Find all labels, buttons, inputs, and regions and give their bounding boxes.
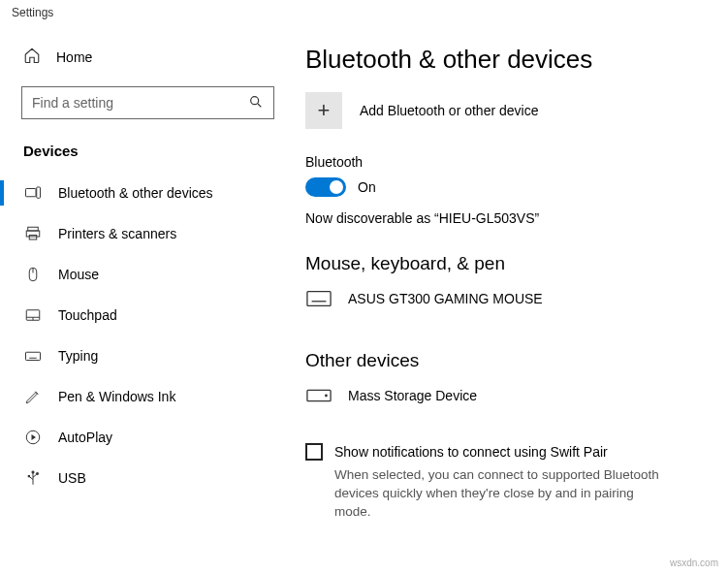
touchpad-icon [23, 306, 43, 324]
bluetooth-state: On [358, 179, 376, 195]
keyboard-icon [23, 347, 43, 365]
nav-label: Printers & scanners [58, 226, 176, 241]
bluetooth-label: Bluetooth [305, 154, 701, 170]
printer-icon [23, 225, 43, 242]
sidebar: Home Devices Bluetooth & other devices P… [0, 25, 296, 572]
svg-marker-19 [32, 434, 37, 440]
sidebar-item-bluetooth[interactable]: Bluetooth & other devices [0, 173, 296, 213]
device-row[interactable]: Mass Storage Device [305, 383, 701, 431]
add-device-label: Add Bluetooth or other device [360, 103, 538, 118]
nav-label: AutoPlay [58, 430, 112, 445]
svg-line-1 [258, 104, 261, 107]
sidebar-item-touchpad[interactable]: Touchpad [0, 295, 296, 335]
device-row[interactable]: ASUS GT300 GAMING MOUSE [305, 286, 701, 335]
svg-rect-2 [26, 189, 37, 197]
bluetooth-toggle[interactable] [305, 177, 346, 197]
swift-pair-hint: When selected, you can connect to suppor… [305, 466, 664, 522]
sidebar-item-typing[interactable]: Typing [0, 335, 296, 376]
nav-label: Touchpad [58, 307, 117, 323]
nav-label: Mouse [58, 267, 99, 282]
search-input[interactable] [32, 95, 248, 111]
svg-rect-12 [26, 352, 41, 360]
swift-pair-checkbox[interactable] [305, 443, 323, 461]
svg-rect-6 [29, 236, 37, 240]
sidebar-section-header: Devices [0, 133, 296, 173]
storage-device-icon [305, 387, 332, 404]
home-icon [23, 47, 41, 67]
sidebar-item-autoplay[interactable]: AutoPlay [0, 417, 296, 458]
content-panel: Bluetooth & other devices + Add Bluetoot… [296, 25, 728, 572]
group-other-devices-title: Other devices [305, 350, 701, 371]
devices-icon [23, 184, 43, 202]
nav-label: Typing [58, 348, 98, 364]
pen-icon [23, 388, 43, 405]
svg-point-32 [325, 395, 328, 398]
keyboard-device-icon [305, 290, 332, 307]
sidebar-item-usb[interactable]: USB [0, 458, 296, 498]
nav-label: Pen & Windows Ink [58, 389, 175, 404]
home-label: Home [56, 49, 92, 65]
window-title: Settings [0, 0, 728, 25]
svg-rect-3 [37, 187, 41, 198]
search-icon [248, 94, 264, 112]
discoverable-text: Now discoverable as “HIEU-GL503VS” [305, 210, 701, 226]
nav-label: Bluetooth & other devices [58, 185, 213, 201]
svg-rect-4 [28, 227, 39, 231]
add-device-button[interactable]: + Add Bluetooth or other device [305, 92, 701, 129]
mouse-icon [23, 266, 43, 283]
sidebar-item-printers[interactable]: Printers & scanners [0, 213, 296, 254]
sidebar-item-home[interactable]: Home [0, 37, 296, 77]
sidebar-item-pen[interactable]: Pen & Windows Ink [0, 376, 296, 417]
plus-icon: + [305, 92, 342, 129]
device-name: Mass Storage Device [348, 388, 477, 403]
svg-rect-22 [28, 475, 30, 477]
svg-rect-24 [307, 292, 331, 306]
svg-point-21 [32, 471, 34, 473]
group-mouse-keyboard-pen-title: Mouse, keyboard, & pen [305, 253, 701, 274]
page-title: Bluetooth & other devices [305, 45, 701, 75]
search-box[interactable] [21, 86, 274, 119]
usb-icon [23, 469, 43, 487]
svg-rect-5 [26, 231, 40, 237]
swift-pair-label: Show notifications to connect using Swif… [334, 444, 608, 460]
svg-point-23 [36, 472, 38, 474]
watermark: wsxdn.com [670, 558, 718, 568]
sidebar-item-mouse[interactable]: Mouse [0, 254, 296, 295]
svg-point-0 [251, 96, 259, 104]
device-name: ASUS GT300 GAMING MOUSE [348, 291, 543, 306]
nav-label: USB [58, 470, 86, 486]
autoplay-icon [23, 429, 43, 446]
